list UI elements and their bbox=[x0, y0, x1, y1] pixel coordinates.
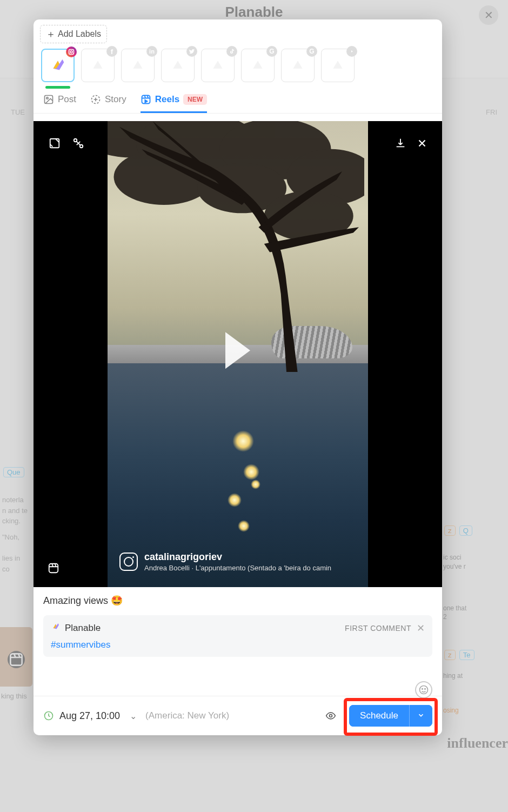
plus-icon: ＋ bbox=[46, 28, 56, 41]
account-google2[interactable]: G bbox=[281, 49, 315, 82]
compose-modal: ＋ Add Labels f in bbox=[34, 19, 442, 735]
account-google1[interactable]: G bbox=[241, 49, 275, 82]
emoji-picker-button[interactable] bbox=[415, 681, 432, 698]
tab-story[interactable]: Story bbox=[90, 94, 126, 113]
account-twitter[interactable] bbox=[161, 49, 195, 82]
account-linkedin[interactable]: in bbox=[121, 49, 155, 82]
first-comment-label: FIRST COMMENT bbox=[345, 624, 411, 633]
clock-icon bbox=[43, 710, 54, 721]
edit-image-button[interactable] bbox=[49, 137, 61, 149]
account-facebook[interactable]: f bbox=[81, 49, 115, 82]
svg-point-18 bbox=[420, 686, 428, 694]
play-button[interactable] bbox=[225, 332, 250, 369]
google-icon: G bbox=[266, 46, 277, 57]
planable-logo-icon bbox=[209, 56, 227, 75]
svg-rect-14 bbox=[50, 139, 59, 148]
selected-indicator bbox=[45, 86, 70, 89]
reels-icon bbox=[141, 94, 151, 105]
planable-logo-icon bbox=[289, 56, 307, 75]
account-selector: f in G G bbox=[34, 43, 442, 84]
video-username: catalinagrigoriev bbox=[144, 551, 331, 563]
account-instagram[interactable] bbox=[41, 49, 75, 82]
video-song: Andrea Bocelli · L'appuntamento (Sentado… bbox=[144, 564, 331, 572]
remove-first-comment-button[interactable]: ✕ bbox=[417, 622, 425, 634]
account-tiktok[interactable] bbox=[201, 49, 235, 82]
linkedin-icon: in bbox=[146, 46, 157, 57]
preview-button[interactable] bbox=[325, 710, 336, 721]
new-badge: NEW bbox=[183, 94, 207, 105]
chevron-down-icon[interactable]: ⌄ bbox=[130, 711, 137, 721]
download-button[interactable] bbox=[395, 137, 406, 149]
planable-logo-icon bbox=[89, 56, 107, 75]
timezone-text: (America: New York) bbox=[145, 710, 229, 721]
first-comment-box: Planable FIRST COMMENT ✕ #summervibes bbox=[43, 615, 432, 657]
add-labels-text: Add Labels bbox=[58, 29, 101, 39]
reel-badge-icon bbox=[48, 562, 59, 574]
tab-post[interactable]: Post bbox=[43, 94, 76, 113]
tab-reels[interactable]: Reels NEW bbox=[141, 94, 207, 113]
close-video-button[interactable] bbox=[416, 137, 428, 149]
account-youtube[interactable] bbox=[321, 49, 355, 82]
story-icon bbox=[90, 94, 101, 105]
svg-point-4 bbox=[46, 97, 48, 99]
svg-point-16 bbox=[80, 145, 83, 148]
svg-point-20 bbox=[425, 689, 426, 690]
schedule-datetime[interactable]: Aug 27, 10:00 bbox=[59, 710, 120, 722]
image-icon bbox=[43, 94, 54, 105]
instagram-icon bbox=[66, 46, 77, 57]
svg-point-22 bbox=[330, 715, 332, 717]
schedule-options-button[interactable] bbox=[409, 705, 432, 727]
footer-bar: Aug 27, 10:00 ⌄ (America: New York) Sche… bbox=[34, 696, 442, 735]
schedule-button-group: Schedule bbox=[349, 705, 432, 727]
tiktok-icon bbox=[226, 46, 237, 57]
add-labels-button[interactable]: ＋ Add Labels bbox=[40, 25, 107, 43]
planable-logo-icon bbox=[329, 56, 347, 75]
google-icon: G bbox=[306, 46, 317, 57]
svg-rect-1 bbox=[69, 50, 74, 55]
youtube-icon bbox=[346, 46, 357, 57]
caption-text[interactable]: Amazing views 🤩 bbox=[34, 587, 442, 614]
svg-point-2 bbox=[70, 51, 72, 53]
video-preview: catalinagrigoriev Andrea Bocelli · L'app… bbox=[34, 121, 442, 587]
svg-point-15 bbox=[74, 139, 77, 142]
planable-logo-icon bbox=[129, 56, 147, 75]
schedule-button[interactable]: Schedule bbox=[349, 705, 409, 727]
content-type-tabs: Post Story Reels NEW bbox=[34, 84, 442, 114]
first-comment-brand: Planable bbox=[65, 623, 101, 634]
crop-button[interactable] bbox=[72, 137, 84, 149]
svg-rect-17 bbox=[49, 564, 58, 573]
svg-point-19 bbox=[422, 689, 423, 690]
planable-logo-icon bbox=[49, 56, 67, 75]
planable-logo-icon bbox=[51, 622, 61, 634]
video-caption-overlay: catalinagrigoriev Andrea Bocelli · L'app… bbox=[119, 551, 331, 572]
facebook-icon: f bbox=[106, 46, 117, 57]
twitter-icon bbox=[186, 46, 197, 57]
planable-logo-icon bbox=[249, 56, 267, 75]
planable-logo-icon bbox=[169, 56, 187, 75]
instagram-icon bbox=[119, 553, 138, 571]
first-comment-text[interactable]: #summervibes bbox=[51, 640, 425, 650]
